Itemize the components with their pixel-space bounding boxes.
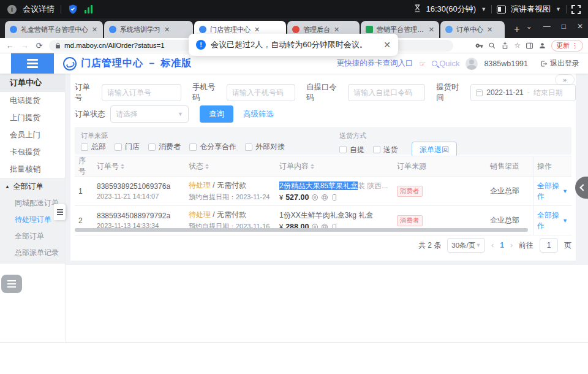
order-price: 527.00 — [285, 193, 309, 202]
zoom-icon[interactable] — [488, 42, 496, 50]
row-seq: 2 — [75, 216, 93, 225]
sidebar-subitem-all-orders[interactable]: 全部订单 — [0, 228, 65, 245]
page-size-select[interactable]: 30条/页 ▼ — [447, 238, 485, 253]
header-order-no[interactable]: 订单号 — [93, 161, 185, 172]
network-signal-icon[interactable] — [85, 5, 92, 13]
checkbox-source-external[interactable]: 外部对接 — [245, 142, 285, 152]
order-no-input[interactable] — [102, 84, 181, 101]
page-unit: 页 — [564, 240, 571, 251]
sidebar-item-card-pickup[interactable]: 卡包提货 — [0, 143, 65, 161]
logout-button[interactable]: 退出登录 — [540, 58, 579, 69]
pickup-time-label: 提货时间 — [436, 82, 466, 103]
prev-page-button[interactable]: ‹ — [491, 241, 494, 250]
checkbox-source-consumer[interactable]: 消费者 — [148, 142, 181, 152]
security-shield-icon[interactable] — [67, 4, 78, 15]
view-mode-selector[interactable]: 演讲者视图 — [511, 4, 551, 15]
sidebar-item-member-visit[interactable]: 会员上门 — [0, 126, 65, 143]
back-icon[interactable]: ← — [5, 41, 15, 50]
order-content: 1份XX生鲜羊肉礼盒3kg 礼盒 — [279, 210, 390, 221]
start-date-value[interactable]: 2022-11-21 — [486, 88, 524, 97]
user-avatar[interactable] — [466, 58, 478, 70]
phone-input[interactable] — [227, 84, 295, 101]
coupon-query-link[interactable]: 更快捷的券卡查询入口 — [336, 58, 413, 69]
sidebar-collapse-handle[interactable] — [54, 204, 66, 220]
date-range-picker[interactable]: 2022-11-21 - 结束日期 — [470, 84, 576, 101]
goto-page-input[interactable] — [540, 238, 558, 253]
browser-tab-1[interactable]: 礼盒营销平台管理中心 ✕ — [5, 21, 103, 38]
next-page-button[interactable]: › — [510, 241, 513, 250]
total-count: 共 2 条 — [418, 240, 441, 251]
divider — [491, 5, 492, 13]
sidebar-item-door-pickup[interactable]: 上门提货 — [0, 109, 65, 126]
window-menu-icon[interactable]: ⌄ — [526, 22, 532, 31]
calendar-icon — [476, 90, 483, 96]
row-action-dropdown[interactable]: 全部操作▼ — [533, 177, 571, 205]
meeting-details-button[interactable]: 会议详情 — [23, 4, 55, 15]
checkbox-source-warehouse-share[interactable]: 仓分享合作 — [189, 142, 236, 152]
sidebar-item-phone-pickup[interactable]: 电话提货 — [0, 92, 65, 109]
sidebar-subitem-hq-dispatch-log[interactable]: 总部派单记录 — [0, 245, 65, 261]
sort-icon[interactable] — [205, 164, 209, 169]
url-text: md.maboy.cn/AllOrder?status=1 — [64, 42, 165, 49]
checkbox-source-hq[interactable]: 总部 — [81, 142, 106, 152]
checkbox-delivery-selfpickup[interactable]: 自提 — [339, 145, 364, 155]
row-action-dropdown[interactable]: 全部操作▼ — [533, 206, 571, 235]
window-maximize-icon[interactable]: □ — [562, 22, 566, 31]
current-page[interactable]: 1 — [500, 241, 504, 250]
browser-menu-icon: ⋮ — [571, 42, 578, 50]
forward-icon[interactable]: → — [20, 41, 29, 50]
timer-dropdown-icon[interactable]: ▼ — [481, 6, 486, 12]
tab-close-icon[interactable]: ✕ — [92, 26, 97, 34]
header-status[interactable]: 状态 — [185, 161, 276, 172]
tab-close-icon[interactable]: ✕ — [254, 26, 260, 34]
advanced-filter-link[interactable]: 高级筛选 — [243, 109, 274, 120]
window-close-icon[interactable]: ✕ — [577, 22, 583, 31]
phone-icon[interactable] — [331, 194, 338, 201]
sidebar-group-all-orders[interactable]: ▲ 全部订单 — [0, 178, 65, 195]
lock-icon[interactable] — [55, 42, 61, 49]
main-content: » 订单号 手机号码 自提口令码 提货时间 2022-11-21 - 结束日期 … — [70, 74, 576, 261]
toast-close-icon[interactable]: ✕ — [383, 40, 391, 50]
sort-icon[interactable] — [121, 164, 124, 169]
floating-menu-button[interactable] — [1, 275, 22, 293]
browser-update-chip[interactable]: 更新 ⋮ — [551, 40, 583, 52]
profile-avatar-icon[interactable] — [538, 42, 546, 50]
tab-close-icon[interactable]: ✕ — [487, 26, 492, 34]
fullscreen-icon[interactable] — [571, 5, 581, 14]
sidebar-item-batch-verify[interactable]: 批量核销 — [0, 161, 65, 178]
hamburger-menu-button[interactable] — [11, 53, 54, 74]
query-button[interactable]: 查询 — [200, 105, 233, 123]
key-icon[interactable] — [475, 42, 483, 50]
app-logo-icon — [63, 57, 77, 71]
header-seq: 序号 — [75, 156, 93, 177]
checkbox-delivery-deliver[interactable]: 送货 — [373, 145, 398, 155]
view-dropdown-icon[interactable]: ▼ — [556, 6, 561, 12]
receipt-icon[interactable] — [311, 194, 318, 201]
tab-close-icon[interactable]: ✕ — [334, 26, 339, 34]
logout-icon — [540, 60, 548, 67]
browser-tab-2[interactable]: 系统培训学习 ✕ — [104, 21, 193, 38]
checkbox-source-store[interactable]: 门店 — [115, 142, 140, 152]
header-channel: 销售渠道 — [486, 161, 533, 172]
sales-channel: 企业总部 — [486, 215, 533, 226]
bookmark-star-icon[interactable]: ☆ — [514, 41, 521, 50]
window-minimize-icon[interactable]: — — [543, 22, 551, 31]
browser-tab-6[interactable]: 订单中心 ✕ — [440, 21, 505, 38]
tab-close-icon[interactable]: ✕ — [164, 26, 170, 34]
end-date-placeholder[interactable]: 结束日期 — [533, 88, 563, 98]
sort-icon[interactable] — [311, 164, 314, 169]
meeting-toast: ! 会议已超过2人，自动转为60分钟限时会议。 ✕ — [189, 34, 398, 56]
side-panel-icon[interactable] — [526, 42, 533, 50]
share-icon[interactable] — [501, 42, 509, 50]
quick-search-button[interactable]: Quick — [432, 59, 459, 68]
package-icon[interactable] — [321, 194, 328, 201]
header-content[interactable]: 订单内容 — [276, 161, 393, 172]
pickup-code-input[interactable] — [348, 84, 425, 101]
favicon — [10, 26, 17, 33]
new-tab-button[interactable]: + — [510, 22, 524, 37]
tab-close-icon[interactable]: ✕ — [429, 26, 434, 34]
reload-icon[interactable]: ⟳ — [34, 41, 44, 50]
order-status-select[interactable]: 请选择 ▼ — [110, 105, 189, 123]
horizontal-scrollbar[interactable] — [75, 228, 528, 232]
info-icon[interactable]: i — [7, 5, 17, 14]
